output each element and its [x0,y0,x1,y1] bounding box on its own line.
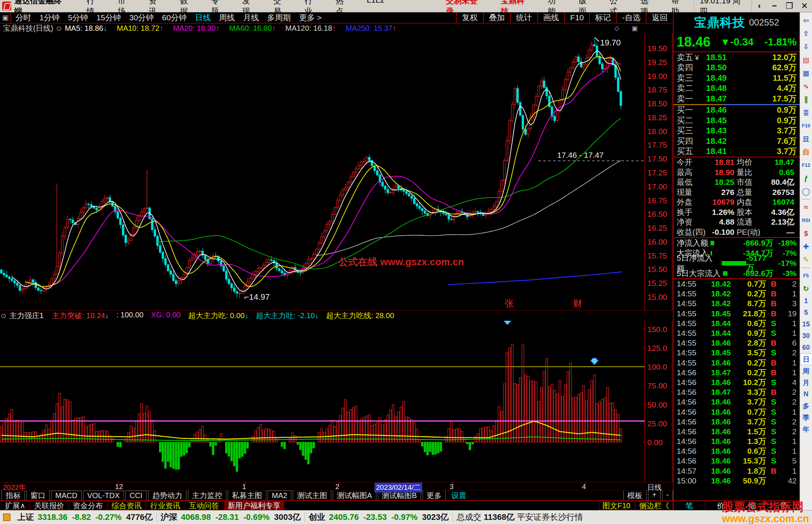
period-tab-分时[interactable]: 分时 [11,12,35,23]
indicator-tab-主力监控[interactable]: 主力监控 [188,490,226,501]
extension-tab-资金分布[interactable]: 资金分布 [69,501,107,510]
report-icon[interactable]: ▤ [800,53,812,66]
watchlist-icon[interactable]: 自 [800,145,812,159]
template-button--[interactable]: - [662,490,673,501]
sidebar-period-周[interactable]: 周 [800,365,812,377]
index-quote-上证[interactable]: 上证3318.36-8.82-0.27%4776亿 [14,512,157,522]
period-tab-月线[interactable]: 月线 [239,12,263,23]
sidebar-period-15[interactable]: 15 [800,319,812,330]
close-button[interactable]: ✕ [797,1,812,11]
down-arrow-icon[interactable]: ⇩ [800,40,812,53]
quote-table-icon[interactable]: ▦ [800,66,812,80]
index-quote-沪深[interactable]: 沪深4068.98-28.31-0.69%3003亿 [157,512,305,522]
tool-button-返回[interactable]: 返回 [646,12,673,23]
period-tab-更多 >[interactable]: 更多 > [295,12,326,23]
indicator-tab-测试幅图A[interactable]: 测试幅图A [333,490,376,501]
back-button[interactable]: ‹ [752,1,767,11]
buy-row[interactable]: 买三18.433.7万 [674,126,800,136]
buy-row[interactable]: 买五18.413.7万 [674,146,800,157]
up-arrow-icon[interactable]: ⇧ [800,27,812,40]
tool-button--自选[interactable]: -自选 [616,12,646,23]
tick-list[interactable]: 14:5518.420.7万B214:5518.420.2万B114:5518.… [674,279,800,500]
buy-row[interactable]: 买一18.460.9万 [674,105,800,116]
trend-icon[interactable]: ∿ [800,80,812,93]
tool-button-画线[interactable]: 画线 [537,12,564,23]
chart-corner-icons[interactable]: ◇ ▣ [614,24,673,32]
buy-row[interactable]: 买四18.427.6万 [674,136,800,146]
period-tab-15分钟[interactable]: 15分钟 [92,12,125,23]
index-quote-创业[interactable]: 创业2405.76-23.53-0.97%3023亿 [305,512,453,522]
formula-icon[interactable]: ƒ [800,172,812,185]
move-icon[interactable]: ✚ [800,240,812,253]
period-tab-60分钟[interactable]: 60分钟 [158,12,191,23]
main-candle-chart[interactable]: 19.5019.2519.0018.7518.5018.2518.0017.75… [0,33,673,310]
extension-tab-扩展∧[interactable]: 扩展∧ [1,501,29,510]
kline-icon[interactable]: ∥ [800,93,812,106]
pencil-icon[interactable]: ✎ [800,253,812,266]
tool-button-叠加[interactable]: 叠加 [483,12,510,23]
indicator-tab-窗口[interactable]: 窗口 [26,490,50,501]
collapse-main-icon[interactable]: ⊙ [55,24,65,33]
extension-tab-行业资讯[interactable]: 行业资讯 [147,501,184,510]
period-tab-多周期[interactable]: 多周期 [263,12,295,23]
sell-row[interactable]: 卖二18.484.4万 [674,83,800,94]
indicator-tab-CCI[interactable]: CCI [126,491,147,501]
tool-button-统计[interactable]: 统计 [510,12,537,23]
period-tab-30分钟[interactable]: 30分钟 [125,12,158,23]
sidebar-period-5[interactable]: 5 [800,307,812,319]
sidebar-period-月[interactable]: 月 [800,377,812,388]
period-tab-日线[interactable]: 日线 [191,12,215,23]
period-tab-周线[interactable]: 周线 [215,12,239,23]
list-icon[interactable]: ≣ [800,106,812,119]
minimize-button[interactable]: − [767,1,782,11]
back-arrow-icon[interactable]: ⇦ [800,14,812,27]
period-tab-1分钟[interactable]: 1分钟 [35,12,64,23]
collapse-indicator-icon[interactable]: ⊙ [0,312,9,320]
sell-row[interactable]: 卖五 ¥18.5112.0万 [674,52,800,63]
indicator-name[interactable]: 主力强庄1 [9,311,44,321]
indicator-tab-趋势动力[interactable]: 趋势动力 [148,490,186,501]
buy-row[interactable]: 买二18.450.9万 [674,115,800,126]
sidebar-period-多[interactable]: 多 [800,400,812,412]
extension-tab-综合资讯[interactable]: 综合资讯 [108,501,145,510]
template-button-模板[interactable]: 模板 [623,490,647,501]
indicator-tab-VOL-TDX[interactable]: VOL-TDX [83,491,124,501]
dollar-icon[interactable]: $ [800,227,812,240]
rsi-icon[interactable]: RSI [800,214,812,227]
status-logo-icon[interactable] [3,513,11,521]
indicator-chart[interactable]: 150.0125.0100.075.0050.0025.000.00 [0,321,673,482]
indicator-tab-MACD[interactable]: MACD [51,491,82,501]
tool-button-F10[interactable]: F10 [564,12,589,23]
tool-button-复权[interactable]: 复权 [456,12,483,23]
restore-button[interactable]: ❐ [782,1,797,11]
sidebar-period-60[interactable]: 60 [800,342,812,353]
sidebar-period-年[interactable]: 年 [800,423,812,435]
circle-icon[interactable]: ◯ [800,185,812,198]
extension-tab-互动问答[interactable]: 互动问答 [185,501,223,510]
sell-row[interactable]: 卖三18.4911.5万 [674,73,800,83]
sell-row[interactable]: 卖一18.4717.5万 [674,94,800,104]
indicator-tab-设置[interactable]: 设置 [447,490,471,501]
f5-icon[interactable]: F5 [800,269,812,282]
tree-icon[interactable]: 묘 [800,132,812,145]
indicator-tab-私募主图[interactable]: 私募主图 [228,490,266,501]
indicator-tab-更多[interactable]: 更多 [423,490,446,501]
sell-row[interactable]: 卖四18.5062.9万 [674,63,800,73]
indicator-tab-测试主图[interactable]: 测试主图 [293,490,331,501]
indicator-tab-MA2[interactable]: MA2 [268,491,291,501]
refresh-icon[interactable]: ↻ [800,282,812,295]
split-window-icon[interactable]: ▣ [0,12,11,23]
extension-tab-新用户福利专享[interactable]: 新用户福利专享 [224,501,284,510]
sidebar-period-N[interactable]: N [800,388,812,400]
extension-tab-关联报价[interactable]: 关联报价 [30,501,68,510]
sidebar-period-季[interactable]: 季 [800,412,812,423]
sidebar-period-30[interactable]: 30 [800,330,812,342]
f10-icon[interactable]: F10 [800,119,812,132]
f12-icon[interactable]: F12 [800,159,812,172]
waves-icon[interactable]: ≈ [800,201,812,214]
tool-button-标记[interactable]: 标记 [589,12,616,23]
sidebar-period-1[interactable]: 1 [800,295,812,307]
sidebar-period-日[interactable]: 日 [800,353,812,365]
toggle-侧边栏《[interactable]: 侧边栏《 [635,501,673,510]
toggle-图文F10[interactable]: 图文F10 [599,501,634,510]
